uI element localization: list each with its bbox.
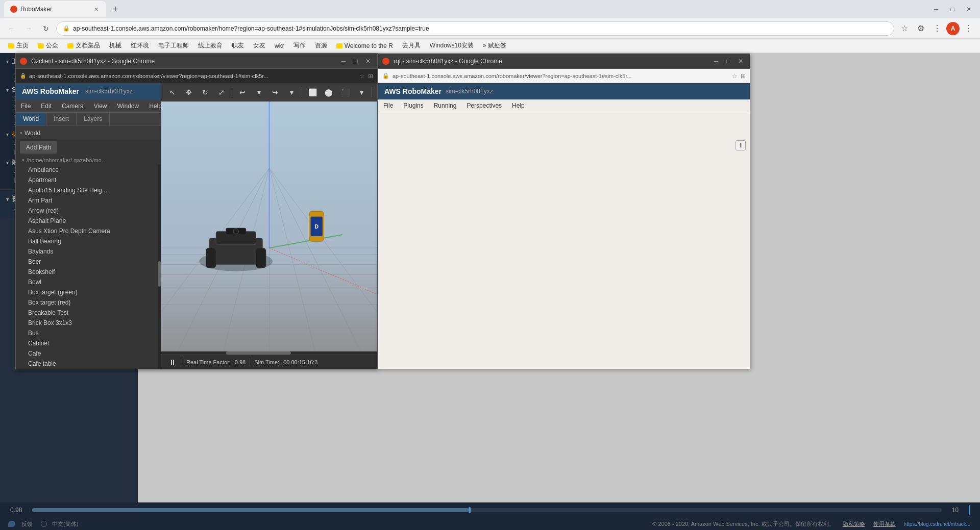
- bookmark-gongzhong[interactable]: 公众: [34, 40, 62, 51]
- model-cafe-table[interactable]: Cafe table: [16, 359, 161, 369]
- rqt-menu-running[interactable]: Running: [429, 100, 462, 111]
- bookmark-electronics[interactable]: 电子工程师: [154, 40, 193, 51]
- address-bar[interactable]: 🔒 ap-southeast-1.console.aws.amazon.com/…: [56, 21, 894, 36]
- back-button[interactable]: ←: [4, 21, 18, 36]
- sphere-shape-btn[interactable]: ⬤: [322, 85, 336, 99]
- close-btn[interactable]: ✕: [962, 2, 976, 16]
- model-apollo15[interactable]: Apollo15 Landing Site Heig...: [16, 185, 161, 195]
- model-ambulance[interactable]: Ambulance: [16, 165, 161, 175]
- model-baylands[interactable]: Baylands: [16, 246, 161, 257]
- model-breakable[interactable]: Breakable Test: [16, 308, 161, 318]
- model-bowl[interactable]: Bowl: [16, 277, 161, 287]
- rqt-star-icon[interactable]: ☆: [732, 72, 738, 80]
- new-tab-button[interactable]: +: [108, 2, 122, 16]
- rqt-close[interactable]: ✕: [736, 56, 746, 66]
- model-beer[interactable]: Beer: [16, 257, 161, 267]
- gzclient-settings-icon[interactable]: ⊞: [368, 72, 373, 80]
- more-shapes-btn[interactable]: ▾: [354, 85, 369, 99]
- rqt-menu-plugins[interactable]: Plugins: [398, 100, 428, 111]
- bookmark-zhuyei[interactable]: 主页: [4, 40, 33, 51]
- model-apartment[interactable]: Apartment: [16, 175, 161, 185]
- box-shape-btn[interactable]: ⬜: [305, 85, 320, 99]
- model-brick-box[interactable]: Brick Box 3x1x3: [16, 318, 161, 328]
- sidebar-expand-1[interactable]: ▾: [6, 59, 9, 64]
- model-path-header[interactable]: ▾ /home/robomaker/.gazebo/mo...: [16, 156, 161, 165]
- tab-insert[interactable]: Insert: [46, 113, 77, 125]
- bookmark-nvyou[interactable]: 女友: [249, 40, 270, 51]
- privacy-link[interactable]: 隐私策略: [843, 520, 865, 528]
- gzclient-maximize[interactable]: □: [351, 56, 361, 66]
- gz-menu-window[interactable]: Window: [112, 101, 144, 111]
- maximize-btn[interactable]: □: [945, 2, 960, 16]
- sidebar-expand-3[interactable]: ▾: [6, 132, 9, 137]
- translate-tool-btn[interactable]: ✥: [182, 85, 196, 99]
- browser-settings-icon[interactable]: ⋮: [962, 21, 976, 36]
- model-box-red[interactable]: Box target (red): [16, 297, 161, 308]
- gz-menu-edit[interactable]: Edit: [36, 101, 57, 111]
- model-asus-camera[interactable]: Asus Xtion Pro Depth Camera: [16, 226, 161, 236]
- extensions-icon[interactable]: ⚙: [914, 21, 928, 36]
- rqt-menu-perspectives[interactable]: Perspectives: [461, 100, 507, 111]
- menu-dots-icon[interactable]: ⋮: [930, 21, 944, 36]
- rqt-minimize[interactable]: ─: [711, 56, 721, 66]
- bookmark-huanjing[interactable]: 红环境: [127, 40, 153, 51]
- forward-button[interactable]: →: [21, 21, 36, 36]
- rqt-info-icon[interactable]: ℹ: [736, 140, 746, 150]
- model-cafe[interactable]: Cafe: [16, 348, 161, 359]
- tab-world[interactable]: World: [16, 113, 46, 125]
- model-arm-part[interactable]: Arm Part: [16, 195, 161, 206]
- rqt-settings-icon[interactable]: ⊞: [741, 72, 746, 80]
- select-tool-btn[interactable]: ↖: [165, 85, 180, 99]
- model-bus[interactable]: Bus: [16, 328, 161, 338]
- feedback-label[interactable]: 反馈: [21, 520, 33, 528]
- profile-avatar[interactable]: A: [946, 22, 960, 35]
- bookmark-wendan[interactable]: 文档集品: [63, 40, 104, 51]
- undo-dropdown[interactable]: ▾: [252, 85, 266, 99]
- active-tab[interactable]: RoboMaker ✕: [4, 1, 106, 17]
- gz-menu-view[interactable]: View: [89, 101, 112, 111]
- bookmark-quyuej[interactable]: 去月具: [398, 40, 425, 51]
- rqt-menu-help[interactable]: Help: [507, 100, 530, 111]
- bookmark-wkr[interactable]: wkr: [271, 41, 288, 51]
- redo-dropdown[interactable]: ▾: [284, 85, 299, 99]
- world-section-header[interactable]: ▾ World: [16, 128, 161, 139]
- bookmark-star-icon[interactable]: ☆: [897, 21, 912, 36]
- model-cabinet[interactable]: Cabinet: [16, 338, 161, 348]
- sidebar-expand-4[interactable]: ▾: [6, 160, 9, 165]
- rqt-maximize[interactable]: □: [723, 56, 733, 66]
- bookmark-online-edu[interactable]: 线上教育: [194, 40, 227, 51]
- resources-expand[interactable]: ▾: [6, 196, 9, 202]
- bookmark-ziyuan[interactable]: 资源: [311, 40, 331, 51]
- model-ball-bearing[interactable]: Ball Bearing: [16, 236, 161, 246]
- tab-close-button[interactable]: ✕: [92, 5, 100, 13]
- tab-layers[interactable]: Layers: [77, 113, 110, 125]
- rotate-tool-btn[interactable]: ↻: [198, 85, 212, 99]
- gzclient-close[interactable]: ✕: [363, 56, 373, 66]
- gz-menu-file[interactable]: File: [16, 101, 36, 111]
- model-bookshelf[interactable]: Bookshelf: [16, 267, 161, 277]
- pause-button[interactable]: ⏸: [167, 357, 178, 367]
- terms-link[interactable]: 使用条款: [873, 520, 896, 528]
- bookmark-xiezuo[interactable]: 写作: [289, 40, 310, 51]
- bookmark-jixie[interactable]: 机械: [105, 40, 126, 51]
- gz-menu-camera[interactable]: Camera: [57, 101, 89, 111]
- add-path-button[interactable]: Add Path: [20, 141, 57, 154]
- model-asphalt-plane[interactable]: Asphalt Plane: [16, 216, 161, 226]
- language-label[interactable]: 中文(简体): [52, 520, 78, 528]
- gzclient-minimize[interactable]: ─: [338, 56, 349, 66]
- refresh-button[interactable]: ↻: [39, 21, 53, 36]
- undo-btn[interactable]: ↩: [235, 85, 250, 99]
- model-arrow-red[interactable]: Arrow (red): [16, 206, 161, 216]
- gzclient-star-icon[interactable]: ☆: [359, 72, 365, 80]
- redo-btn[interactable]: ↪: [268, 85, 282, 99]
- minimize-btn[interactable]: ─: [929, 2, 943, 16]
- bookmark-windows[interactable]: Windows10安装: [426, 40, 478, 51]
- scale-tool-btn[interactable]: ⤢: [214, 85, 229, 99]
- model-list-scrollbar[interactable]: [158, 165, 161, 369]
- progress-bar[interactable]: [32, 508, 941, 512]
- bookmark-zhiyou[interactable]: 职友: [228, 40, 248, 51]
- model-box-green[interactable]: Box target (green): [16, 287, 161, 297]
- cylinder-shape-btn[interactable]: ⬛: [338, 85, 352, 99]
- bookmark-extra[interactable]: » 赋处签: [479, 40, 510, 51]
- rqt-menu-file[interactable]: File: [378, 100, 398, 111]
